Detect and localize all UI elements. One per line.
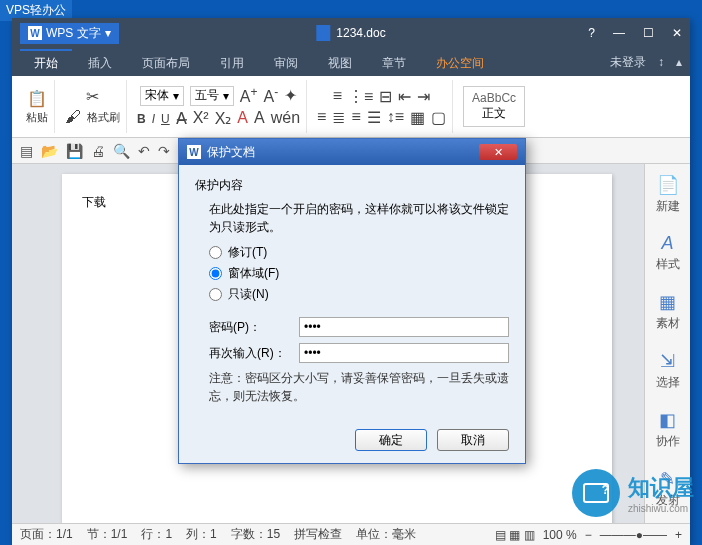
tab-references[interactable]: 引用 (206, 49, 258, 76)
strike-icon[interactable]: A̶ (176, 109, 187, 128)
style-preview: AaBbCc (472, 91, 516, 105)
radio-track-changes[interactable]: 修订(T) (209, 242, 509, 263)
paste-label: 粘贴 (26, 110, 48, 125)
style-name: 正文 (482, 105, 506, 122)
help-icon[interactable]: ? (588, 26, 595, 40)
app-badge[interactable]: WPS 文字 ▾ (20, 23, 119, 44)
font-color-icon[interactable]: A (237, 109, 248, 127)
dialog-note: 注意：密码区分大小写，请妥善保管密码，一旦丢失或遗忘，则无法恢复。 (209, 369, 509, 405)
status-chars: 字数：15 (231, 526, 280, 543)
tab-view[interactable]: 视图 (314, 49, 366, 76)
document-icon (316, 25, 330, 41)
new-icon[interactable]: ▤ (20, 143, 33, 159)
collab-icon: ◧ (659, 409, 676, 431)
app-name: WPS 文字 (46, 25, 101, 42)
indent-right-icon[interactable]: ⇥ (417, 87, 430, 106)
ok-button[interactable]: 确定 (355, 429, 427, 451)
side-collab[interactable]: ◧协作 (656, 409, 680, 450)
document-title-group: 1234.doc (316, 25, 385, 41)
align-left-icon[interactable]: ≡ (317, 108, 326, 126)
status-page: 页面：1/1 (20, 526, 73, 543)
tab-layout[interactable]: 页面布局 (128, 49, 204, 76)
dialog-description: 在此处指定一个开启的密码，这样你就可以将该文件锁定为只读形式。 (209, 200, 509, 236)
side-materials[interactable]: ▦素材 (656, 291, 680, 332)
underline-icon[interactable]: U (161, 109, 170, 127)
watermark-brand: 知识屋 (628, 473, 694, 503)
zoom-level[interactable]: 100 % (543, 528, 577, 542)
dialog-titlebar[interactable]: W 保护文档 ✕ (179, 139, 525, 165)
bold-icon[interactable]: B (137, 109, 146, 127)
print-icon[interactable]: 🖨 (91, 143, 105, 159)
side-new[interactable]: 📄新建 (656, 174, 680, 215)
document-text: 下载 (82, 195, 106, 209)
status-spell[interactable]: 拼写检查 (294, 526, 342, 543)
italic-icon[interactable]: I (152, 109, 155, 127)
shrink-font-icon[interactable]: A- (264, 85, 279, 106)
sync-icon[interactable]: ↕ (658, 55, 664, 69)
document-name: 1234.doc (336, 26, 385, 40)
justify-icon[interactable]: ☰ (367, 108, 381, 127)
clear-format-icon[interactable]: ✦ (284, 86, 297, 105)
paste-icon[interactable]: 📋 (27, 89, 47, 108)
align-right-icon[interactable]: ≡ (351, 108, 360, 126)
tab-cloud[interactable]: 办公空间 (422, 49, 498, 76)
dialog-close-button[interactable]: ✕ (479, 144, 517, 160)
highlight-icon[interactable]: A (254, 109, 265, 127)
password-input[interactable] (299, 317, 509, 337)
maximize-button[interactable]: ☐ (643, 26, 654, 40)
superscript-icon[interactable]: X² (193, 109, 209, 127)
format-painter-icon[interactable]: 🖌 (65, 108, 81, 126)
undo-icon[interactable]: ↶ (138, 143, 150, 159)
font-name-select[interactable]: 宋体▾ (140, 86, 184, 106)
styles-icon: A (661, 233, 673, 254)
redo-icon[interactable]: ↷ (158, 143, 170, 159)
status-line: 行：1 (141, 526, 172, 543)
align-center-icon[interactable]: ≣ (332, 108, 345, 127)
status-unit[interactable]: 单位：毫米 (356, 526, 416, 543)
number-list-icon[interactable]: ⋮≡ (348, 87, 373, 106)
font-size-select[interactable]: 五号▾ (190, 86, 234, 106)
login-link[interactable]: 未登录 (610, 54, 646, 71)
style-normal[interactable]: AaBbCc 正文 (463, 86, 525, 127)
tab-chapter[interactable]: 章节 (368, 49, 420, 76)
radio-form-fields[interactable]: 窗体域(F) (209, 263, 509, 284)
save-icon[interactable]: 💾 (66, 143, 83, 159)
radio-readonly[interactable]: 只读(N) (209, 284, 509, 305)
multilevel-list-icon[interactable]: ⊟ (379, 87, 392, 106)
tab-start[interactable]: 开始 (20, 49, 72, 76)
password-label: 密码(P)： (209, 319, 291, 336)
password-confirm-input[interactable] (299, 343, 509, 363)
indent-left-icon[interactable]: ⇤ (398, 87, 411, 106)
protect-document-dialog: W 保护文档 ✕ 保护内容 在此处指定一个开启的密码，这样你就可以将该文件锁定为… (178, 138, 526, 464)
phonetic-icon[interactable]: wén (271, 109, 300, 127)
dialog-section-title: 保护内容 (195, 177, 509, 194)
side-select[interactable]: ⇲选择 (656, 350, 680, 391)
zoom-out-icon[interactable]: − (585, 528, 592, 542)
preview-icon[interactable]: 🔍 (113, 143, 130, 159)
tab-insert[interactable]: 插入 (74, 49, 126, 76)
status-bar: 页面：1/1 节：1/1 行：1 列：1 字数：15 拼写检查 单位：毫米 ▤ … (12, 523, 690, 545)
new-doc-icon: 📄 (657, 174, 679, 196)
ribbon-tabs: 开始 插入 页面布局 引用 审阅 视图 章节 办公空间 未登录 ↕ ▴ (12, 48, 690, 76)
open-icon[interactable]: 📂 (41, 143, 58, 159)
watermark-badge-icon (572, 469, 620, 517)
minimize-button[interactable]: — (613, 26, 625, 40)
shading-icon[interactable]: ▦ (410, 108, 425, 127)
borders-icon[interactable]: ▢ (431, 108, 446, 127)
view-mode-icon[interactable]: ▤ ▦ ▥ (495, 528, 535, 542)
status-section: 节：1/1 (87, 526, 128, 543)
grow-font-icon[interactable]: A+ (240, 85, 258, 106)
bullet-list-icon[interactable]: ≡ (333, 87, 342, 105)
tab-review[interactable]: 审阅 (260, 49, 312, 76)
subscript-icon[interactable]: X₂ (215, 109, 232, 128)
close-button[interactable]: ✕ (672, 26, 682, 40)
cut-icon[interactable]: ✂ (86, 87, 99, 106)
cancel-button[interactable]: 取消 (437, 429, 509, 451)
side-styles[interactable]: A样式 (656, 233, 680, 273)
line-spacing-icon[interactable]: ↕≡ (387, 108, 404, 126)
zoom-slider[interactable]: ———●—— (600, 528, 667, 542)
chevron-up-icon[interactable]: ▴ (676, 55, 682, 69)
zoom-in-icon[interactable]: + (675, 528, 682, 542)
materials-icon: ▦ (659, 291, 676, 313)
dialog-app-icon: W (187, 145, 201, 159)
